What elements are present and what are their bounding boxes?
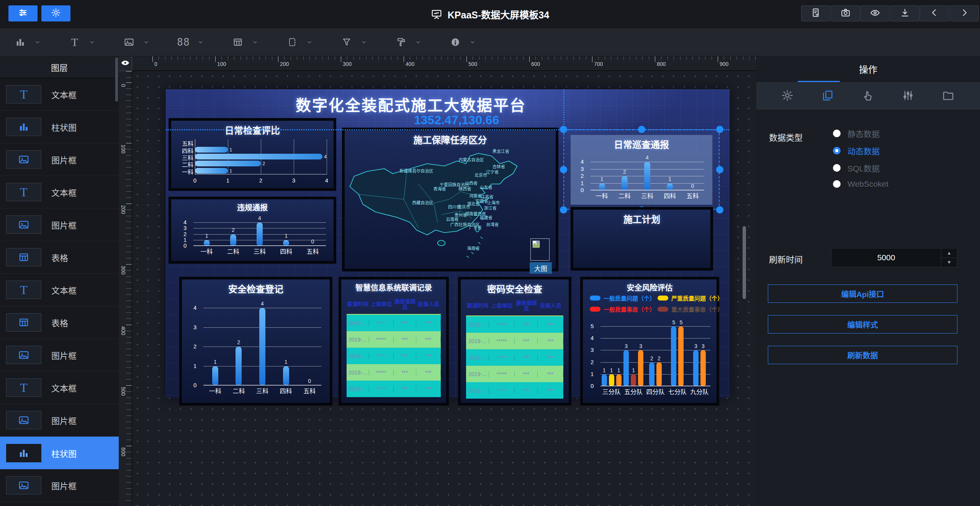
ruler-label: 200	[280, 61, 289, 67]
chart-tool[interactable]	[15, 28, 41, 56]
preview-button[interactable]	[861, 5, 890, 21]
info-tool[interactable]	[450, 28, 476, 56]
text-tool[interactable]: T	[69, 28, 95, 56]
canvas-scrollbar[interactable]	[743, 226, 746, 299]
province-label: 新疆维吾尔自治区	[399, 168, 433, 174]
radio-label: SQL数据	[847, 162, 880, 174]
panel-violation[interactable]: 违规通报 0123412410一科二科三科四科五科	[169, 197, 336, 264]
sidebar-item-7-table[interactable]: 表格	[0, 306, 119, 339]
resize-handle[interactable]	[560, 166, 567, 173]
map-thumbnail[interactable]	[530, 238, 550, 261]
legend-swatch	[658, 296, 668, 301]
chevron-down-icon	[470, 39, 476, 45]
eye-icon	[121, 59, 129, 69]
refresh-data-button[interactable]: 刷新数据	[768, 346, 957, 364]
dashboard-title[interactable]: 数字化全装配式施工大数据平台	[166, 93, 656, 115]
panel-daily-patrol[interactable]: 日常巡查通报 0123412410一科二科三科四科五科	[571, 135, 712, 205]
tab-interaction[interactable]	[862, 89, 875, 102]
info-icon	[450, 36, 461, 48]
resize-handle[interactable]	[560, 206, 567, 214]
legend-item[interactable]: 重大质量事故（个）	[658, 305, 723, 313]
snapshot-button[interactable]	[831, 5, 860, 21]
table-row: 2019-...***********	[347, 315, 441, 331]
sidebar-item-9-text[interactable]: T 文本框	[0, 371, 119, 404]
sidebar-item-6-text[interactable]: T 文本框	[0, 274, 119, 306]
tab-data[interactable]	[821, 89, 834, 102]
hand-icon	[862, 96, 874, 103]
sidebar-item-5-table[interactable]: 表格	[0, 241, 119, 274]
image-icon	[6, 215, 41, 234]
dashboard-canvas[interactable]: 数字化全装配式施工大数据平台 1352.47,130.66 日常检查评比 012…	[166, 89, 730, 398]
radio-静态数据[interactable]: 静态数据	[833, 128, 880, 139]
edit-api-button[interactable]: 编辑Api接口	[768, 284, 957, 303]
panel-title: 违规通报	[171, 199, 334, 213]
digits-tool[interactable]: 88	[178, 28, 204, 56]
legend-label: 一般质量事故（个）	[604, 305, 655, 313]
tab-resources[interactable]	[942, 89, 955, 102]
legend-item[interactable]: 一般质量问题（个）	[590, 294, 655, 302]
table-tool[interactable]	[232, 28, 258, 56]
table-icon	[6, 248, 41, 266]
image-icon	[6, 411, 41, 429]
sidebar-scrollbar[interactable]	[115, 58, 118, 102]
province-label: 内蒙古自治区	[459, 156, 484, 163]
ruler-corner-eye[interactable]	[119, 56, 132, 71]
component-toolbar: T 88	[0, 28, 980, 56]
password-check-table: 联调时间上级单位通信值班员技保人员2019-...***********2019…	[466, 296, 563, 396]
canvas-viewport[interactable]: 数字化全装配式施工大数据平台 1352.47,130.66 日常检查评比 012…	[132, 71, 756, 506]
top-bar: KPaaS-数据大屏模板34	[0, 0, 980, 28]
panel-smart-info-records[interactable]: 智慧信息系统联调记录 联调时间上级单位通信值班员技保人员2019-...****…	[339, 277, 449, 406]
resize-handle[interactable]	[638, 126, 645, 133]
panel-construction-map[interactable]: 施工保障任务区分 黑龙江省内蒙	[342, 128, 558, 271]
province-label: 辽宁省	[486, 169, 499, 175]
resize-handle[interactable]	[560, 126, 567, 133]
panel-risk-assessment[interactable]: 安全风险评估 一般质量问题（个） 严重质量问题（个） 一般质量事故（个） 重大质…	[580, 277, 719, 406]
resize-handle[interactable]	[716, 166, 723, 173]
resize-handle[interactable]	[716, 126, 723, 133]
ruler-label: 300	[120, 266, 126, 274]
refresh-time-input[interactable]	[831, 248, 941, 267]
radio-WebScoket[interactable]: WebScoket	[833, 179, 888, 189]
sidebar-item-10-image[interactable]: 图片框	[0, 404, 119, 437]
bar-chart-icon	[6, 118, 41, 136]
sidebar-item-1-bar-chart[interactable]: 柱状图	[0, 111, 119, 143]
tab-advanced[interactable]	[902, 89, 915, 102]
edit-style-button[interactable]: 编辑样式	[768, 315, 957, 334]
sidebar-item-8-image[interactable]: 图片框	[0, 339, 119, 371]
image-icon	[6, 150, 41, 169]
spinner-down-icon[interactable]: ▼	[941, 258, 957, 267]
filter-tool[interactable]	[341, 28, 367, 56]
panel-title: 智慧信息系统联调记录	[341, 279, 446, 293]
sidebar-item-11-bar-chart[interactable]: 柱状图	[0, 437, 119, 469]
legend-item[interactable]: 一般质量事故（个）	[590, 305, 655, 313]
notes-button[interactable]	[801, 5, 830, 21]
spinner-up-icon[interactable]: ▲	[941, 248, 957, 258]
resize-handle[interactable]	[716, 206, 723, 214]
tab-settings[interactable]	[781, 89, 794, 102]
chevron-down-icon	[198, 39, 204, 45]
sidebar-item-3-text[interactable]: T 文本框	[0, 176, 119, 209]
radio-动态数据[interactable]: 动态数据	[833, 145, 880, 156]
redo-button[interactable]	[950, 5, 979, 21]
sidebar-item-2-image[interactable]: 图片框	[0, 143, 119, 176]
undo-button[interactable]	[920, 5, 949, 21]
sidebar-item-12-image[interactable]: 图片框	[0, 469, 119, 502]
bar	[622, 176, 628, 190]
bar	[667, 183, 673, 191]
select-tool[interactable]	[286, 28, 312, 56]
panel-safety-check[interactable]: 安全检查登记 0123412410一科二科三科四科五科	[179, 277, 332, 406]
radio-SQL数据[interactable]: SQL数据	[833, 162, 880, 174]
image-tool[interactable]	[123, 28, 149, 56]
panel-construction-plan[interactable]: 施工计划	[571, 207, 713, 271]
panel-password-check[interactable]: 密码安全检查 联调时间上级单位通信值班员技保人员2019-...********…	[458, 277, 571, 406]
chevron-down-icon	[361, 39, 367, 45]
style-tool[interactable]	[395, 28, 421, 56]
bar	[195, 154, 322, 159]
sidebar-item-0-text[interactable]: T 文本框	[0, 78, 119, 111]
sidebar-item-4-image[interactable]: 图片框	[0, 209, 119, 241]
download-button[interactable]	[890, 5, 919, 21]
map-enlarge-button[interactable]: 大图	[530, 262, 552, 274]
bar-chart-icon	[6, 444, 41, 462]
legend-item[interactable]: 严重质量问题（个）	[658, 294, 723, 302]
ruler-label: 600	[531, 61, 540, 67]
